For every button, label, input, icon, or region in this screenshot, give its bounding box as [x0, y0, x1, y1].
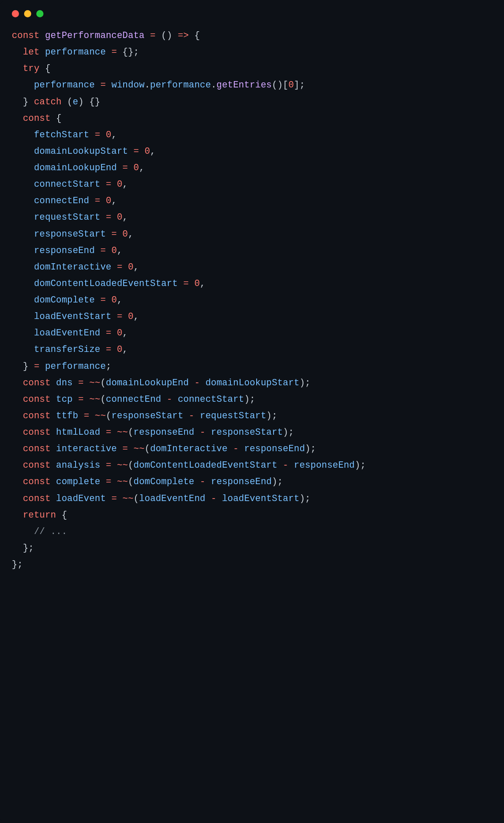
arrow: => — [178, 30, 189, 41]
var-loadEvent: loadEvent — [56, 493, 106, 504]
fn-getEntries: getEntries — [217, 80, 272, 90]
field-connectEnd: connectEnd — [34, 196, 89, 206]
var-tcp: tcp — [56, 394, 73, 404]
var-analysis: analysis — [56, 460, 100, 470]
field-responseEnd: responseEnd — [34, 245, 95, 256]
field-requestStart: requestStart — [34, 212, 100, 222]
keyword-catch: catch — [34, 97, 62, 107]
close-icon[interactable] — [12, 10, 19, 17]
op-assign: = — [150, 30, 156, 41]
paren: () — [161, 30, 172, 41]
var-htmlLoad: htmlLoad — [56, 427, 100, 437]
field-domContentLoadedEventStart: domContentLoadedEventStart — [34, 278, 178, 289]
field-domainLookupEnd: domainLookupEnd — [34, 163, 117, 173]
field-fetchStart: fetchStart — [34, 130, 89, 140]
field-domInteractive: domInteractive — [34, 262, 111, 272]
field-domainLookupStart: domainLookupStart — [34, 146, 128, 156]
minimize-icon[interactable] — [24, 10, 31, 17]
window-controls — [0, 8, 504, 27]
field-connectStart: connectStart — [34, 179, 100, 189]
window-object: window — [111, 80, 145, 90]
var-performance: performance — [45, 47, 106, 57]
var-dns: dns — [56, 378, 73, 388]
var-interactive: interactive — [56, 444, 117, 454]
code-window: const getPerformanceData = () => { let p… — [0, 0, 504, 823]
keyword-const: const — [12, 30, 40, 41]
field-loadEventStart: loadEventStart — [34, 311, 111, 322]
comment-ellipsis: // ... — [34, 526, 67, 537]
zoom-icon[interactable] — [36, 10, 43, 17]
keyword-try: try — [23, 63, 39, 74]
code-editor[interactable]: const getPerformanceData = () => { let p… — [0, 27, 504, 585]
field-loadEventEnd: loadEventEnd — [34, 328, 100, 338]
var-complete: complete — [56, 477, 100, 487]
field-domComplete: domComplete — [34, 295, 95, 305]
keyword-return: return — [23, 510, 56, 520]
var-ttfb: ttfb — [56, 411, 78, 421]
field-transferSize: transferSize — [34, 344, 100, 354]
field-responseStart: responseStart — [34, 229, 106, 239]
keyword-let: let — [23, 47, 39, 57]
brace: { — [194, 30, 200, 41]
function-name: getPerformanceData — [45, 30, 145, 41]
